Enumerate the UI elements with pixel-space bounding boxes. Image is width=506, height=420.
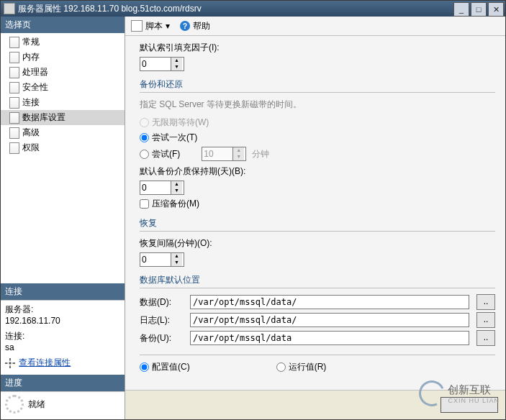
sidebar-item-label: 安全性: [22, 81, 48, 93]
backup-restore-desc: 指定 SQL Server 等待更换新磁带的时间。: [140, 99, 495, 111]
sidebar-item-7[interactable]: 权限: [1, 140, 125, 155]
down-icon[interactable]: ▼: [171, 188, 182, 194]
status-ready: 就绪: [28, 398, 45, 411]
sidebar-item-3[interactable]: 安全性: [1, 80, 125, 95]
ok-button[interactable]: [441, 397, 498, 413]
media-retention-label: 默认备份介质保持期(天)(B):: [140, 165, 495, 178]
backup-browse-button[interactable]: ..: [476, 330, 495, 346]
recovery-interval-label: 恢复间隔(分钟)(O):: [140, 237, 495, 250]
recovery-interval-stepper[interactable]: ▲▼: [140, 252, 184, 267]
config-value-radio[interactable]: 配置值(C): [140, 361, 190, 373]
connection-header: 连接: [1, 283, 125, 300]
media-retention-input[interactable]: [140, 182, 171, 193]
progress-spinner-icon: [5, 395, 24, 414]
page-icon: [9, 112, 19, 124]
fill-factor-label: 默认索引填充因子(I):: [140, 42, 495, 54]
data-path-input[interactable]: [190, 295, 469, 309]
page-icon: [9, 67, 19, 78]
minutes-label: 分钟: [252, 148, 269, 160]
backup-path-label: 备份(U):: [140, 332, 183, 344]
down-icon[interactable]: ▼: [171, 64, 182, 70]
up-icon[interactable]: ▲: [171, 58, 182, 64]
window-title: 服务器属性 192.168.11.70 blog.51cto.com/rdsrv: [18, 3, 202, 15]
try-minutes-input: [202, 148, 232, 160]
server-label: 服务器:: [5, 303, 120, 316]
sidebar-item-label: 数据库设置: [22, 111, 65, 124]
sidebar-item-1[interactable]: 内存: [1, 50, 125, 65]
try-once-radio[interactable]: 尝试一次(T): [140, 132, 197, 144]
sidebar-item-2[interactable]: 处理器: [1, 65, 125, 80]
sidebar-item-0[interactable]: 常规: [1, 35, 125, 50]
data-browse-button[interactable]: ..: [476, 294, 495, 310]
try-for-radio[interactable]: 尝试(F): [140, 148, 202, 160]
log-browse-button[interactable]: ..: [476, 312, 495, 328]
log-path-label: 日志(L):: [140, 314, 183, 327]
compress-backup-checkbox[interactable]: 压缩备份(M): [140, 198, 199, 210]
script-button[interactable]: 脚本 ▾: [131, 20, 170, 32]
sidebar-item-6[interactable]: 高级: [1, 125, 125, 140]
script-label: 脚本: [145, 20, 163, 32]
server-value: 192.168.11.70: [5, 316, 120, 326]
up-icon[interactable]: ▲: [171, 253, 182, 260]
progress-header: 进度: [1, 375, 125, 391]
close-button[interactable]: ✕: [488, 2, 504, 17]
page-icon: [9, 142, 19, 154]
sidebar-item-label: 内存: [22, 51, 40, 63]
running-value-radio[interactable]: 运行值(R): [276, 361, 327, 373]
default-locations-header: 数据库默认位置: [140, 274, 495, 286]
fill-factor-input[interactable]: [140, 58, 171, 70]
up-icon[interactable]: ▲: [171, 181, 182, 188]
recovery-header: 恢复: [140, 217, 495, 229]
sidebar-item-5[interactable]: 数据库设置: [1, 110, 125, 125]
svg-point-0: [9, 362, 12, 365]
recovery-interval-input[interactable]: [140, 254, 171, 265]
help-button[interactable]: ? 帮助: [180, 20, 210, 32]
down-icon[interactable]: ▼: [171, 260, 182, 266]
page-icon: [9, 52, 19, 63]
log-path-input[interactable]: [190, 313, 469, 327]
sidebar-item-label: 高级: [22, 127, 40, 139]
try-minutes-stepper: ▲▼: [202, 147, 246, 161]
sidebar-item-label: 权限: [22, 142, 40, 154]
sidebar-item-label: 处理器: [22, 66, 48, 78]
sidebar-item-label: 连接: [22, 96, 40, 109]
chevron-down-icon: ▾: [166, 21, 170, 31]
help-label: 帮助: [193, 20, 210, 32]
view-connection-props-link[interactable]: 查看连接属性: [19, 357, 71, 368]
backup-restore-header: 备份和还原: [140, 78, 495, 91]
script-icon: [131, 20, 143, 32]
media-retention-stepper[interactable]: ▲▼: [140, 181, 184, 195]
maximize-button[interactable]: □: [471, 2, 487, 17]
page-icon: [9, 37, 19, 48]
page-icon: [9, 82, 19, 93]
app-icon: [4, 3, 15, 14]
page-icon: [9, 97, 19, 109]
select-page-header: 选择页: [1, 17, 125, 33]
page-icon: [9, 127, 19, 139]
connection-label: 连接:: [5, 330, 120, 342]
help-icon: ?: [180, 21, 190, 31]
gear-icon: [5, 358, 15, 368]
sidebar-item-label: 常规: [22, 36, 40, 48]
data-path-label: 数据(D):: [140, 296, 183, 309]
backup-path-input[interactable]: [190, 331, 469, 345]
sidebar-item-4[interactable]: 连接: [1, 95, 125, 110]
fill-factor-stepper[interactable]: ▲▼: [140, 57, 184, 71]
wait-indefinitely-radio: 无限期等待(W): [140, 117, 209, 129]
connection-value: sa: [5, 342, 120, 352]
minimize-button[interactable]: _: [453, 2, 469, 17]
